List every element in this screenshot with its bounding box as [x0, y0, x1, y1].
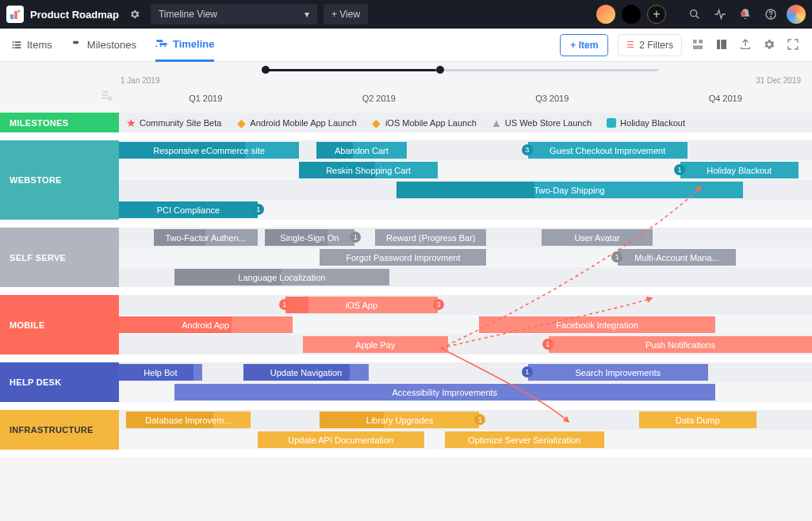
timeline-bar[interactable]: Guest Checkout Improvement	[528, 142, 688, 159]
svg-rect-14	[159, 43, 167, 45]
view-dropdown[interactable]: Timeline View ▾	[151, 4, 317, 25]
timeline-bar[interactable]: Responsive eCommerce site	[119, 142, 299, 159]
settings-icon[interactable]	[763, 38, 777, 52]
milestone-legend-item[interactable]: ★Community Site Beta	[125, 117, 221, 128]
svg-rect-7	[13, 41, 14, 43]
add-item-button[interactable]: + Item	[560, 34, 608, 56]
timeline-bar[interactable]: Data Dump	[639, 412, 757, 428]
timeline-bar[interactable]: Database Improvem...	[126, 412, 251, 428]
lane-self-serve: SELF SERVE Two-Factor Authen...Single-Si…	[0, 228, 812, 287]
bar-label: Push Notifications	[645, 340, 715, 350]
board-settings-icon[interactable]	[125, 5, 144, 24]
lane-settings-icon[interactable]	[100, 89, 113, 105]
notifications-icon[interactable]	[736, 5, 755, 24]
timeline-bar[interactable]: Android App	[119, 316, 293, 333]
svg-point-3	[691, 10, 697, 17]
timeline-bar[interactable]: Optimize Server Serialization	[445, 431, 604, 448]
timeline-bar[interactable]: Push Notifications	[549, 336, 812, 353]
range-end: 31 Dec 2019	[756, 76, 801, 85]
timeline-bar[interactable]: Forgot Password Improvment	[320, 249, 486, 266]
export-icon[interactable]	[739, 38, 753, 52]
svg-point-17	[164, 45, 166, 47]
svg-point-26	[108, 96, 112, 100]
dependency-badge[interactable]: 1	[279, 299, 290, 310]
slider-handle-left[interactable]	[262, 66, 270, 74]
timeline-bar[interactable]: Holiday Blackout	[680, 162, 799, 178]
bar-label: Apple Pay	[355, 340, 395, 350]
app-logo[interactable]	[6, 6, 24, 23]
timeline-bar[interactable]: Two-Factor Authen...	[154, 229, 258, 246]
milestone-legend-item[interactable]: Holiday Blackout	[606, 117, 685, 128]
bar-label: Update Navigation	[270, 368, 343, 377]
quarter-headers: Q1 2019 Q2 2019 Q3 2019 Q4 2019	[119, 94, 812, 109]
tab-items[interactable]: Items	[11, 29, 52, 62]
timeline-bar[interactable]: Multi-Account Mana...	[618, 249, 736, 266]
timeline-bar[interactable]: Help Bot	[119, 364, 202, 381]
add-collaborator-button[interactable]: +	[647, 5, 666, 24]
svg-point-16	[160, 45, 162, 47]
milestone-legend-item[interactable]: ▲US Web Store Launch	[491, 117, 592, 128]
dependency-badge[interactable]: 3	[433, 299, 444, 310]
timeline-bar[interactable]: Accessibility Improvements	[174, 384, 715, 400]
timeline-bar[interactable]: Abandon Cart	[316, 142, 407, 159]
lane-webstore: WEBSTORE Responsive eCommerce siteAbando…	[0, 140, 812, 220]
svg-point-6	[770, 17, 771, 17]
dependency-badge[interactable]: 1	[253, 204, 264, 215]
slider-handle-right[interactable]	[436, 66, 444, 74]
tab-milestones[interactable]: Milestones	[71, 29, 136, 62]
add-view-button[interactable]: + View	[324, 4, 368, 25]
timeline-bar[interactable]: Update API Documentation	[258, 431, 424, 448]
svg-point-15	[155, 45, 157, 47]
dependency-badge[interactable]: 1	[542, 339, 553, 350]
user-avatar[interactable]	[787, 5, 806, 24]
bar-label: Guest Checkout Improvement	[550, 146, 665, 155]
svg-rect-20	[693, 45, 703, 49]
timeline-bar[interactable]: Reward (Progress Bar)	[375, 229, 486, 246]
milestone-legend-item[interactable]: ◆Android Mobile App Launch	[236, 117, 357, 128]
group-icon[interactable]	[691, 38, 706, 52]
timeline-bar[interactable]: iOS App	[285, 297, 438, 313]
dependency-badge[interactable]: 1	[522, 366, 533, 377]
lane-infrastructure: INFRASTRUCTURE Database Improvem...Libra…	[0, 410, 812, 450]
lane-label: INFRASTRUCTURE	[0, 410, 119, 450]
tab-timeline[interactable]: Timeline	[155, 29, 215, 62]
svg-point-2	[18, 10, 21, 13]
fullscreen-icon[interactable]	[787, 38, 801, 52]
topbar: Product Roadmap Timeline View ▾ + View +	[0, 0, 812, 29]
svg-rect-10	[15, 41, 21, 43]
milestone-legend-item[interactable]: ◆iOS Mobile App Launch	[371, 117, 477, 128]
timeline-bar[interactable]: Apple Pay	[303, 336, 449, 353]
diamond-icon: ◆	[371, 117, 382, 128]
bar-label: Android App	[182, 320, 229, 330]
board-title[interactable]: Product Roadmap	[30, 9, 119, 21]
presence-avatar[interactable]	[622, 5, 641, 24]
filters-button[interactable]: ☰ 2 Filters	[618, 34, 682, 56]
timeline-bar[interactable]: Two-Day Shipping	[396, 182, 743, 198]
lane-row	[119, 295, 812, 315]
layout-icon[interactable]	[715, 38, 730, 52]
timeline-bar[interactable]: Library Upgrades	[320, 412, 479, 428]
timeline-bar[interactable]: Reskin Shopping Cart	[299, 162, 438, 178]
bar-label: Single-Sign On	[280, 233, 339, 243]
svg-line-4	[696, 16, 699, 18]
timeline-bar[interactable]: Search Improvements	[528, 364, 708, 381]
timeline-bar[interactable]: Language Localization	[174, 269, 389, 285]
timeline-bar[interactable]: PCI Compliance	[119, 201, 258, 218]
search-icon[interactable]	[685, 5, 704, 24]
lane-mobile: MOBILE iOS App13Android AppFacebook Inte…	[0, 295, 812, 354]
milestone-legend: ★Community Site Beta◆Android Mobile App …	[119, 113, 812, 132]
date-range-slider[interactable]	[262, 67, 658, 73]
timeline-bar[interactable]: Facebook Integration	[479, 316, 714, 333]
timeline-bar[interactable]: Single-Sign On	[265, 229, 355, 246]
activity-icon[interactable]	[710, 5, 730, 24]
timeline-bar[interactable]: User Avatar	[542, 229, 653, 246]
range-start: 1 Jan 2019	[121, 76, 160, 85]
lane-label: SELF SERVE	[0, 228, 119, 287]
help-icon[interactable]	[761, 5, 780, 24]
svg-rect-22	[721, 40, 726, 49]
timeline-bar[interactable]: Update Navigation	[243, 364, 368, 381]
bar-label: Accessibility Improvements	[392, 388, 497, 397]
dependency-badge[interactable]: 1	[674, 164, 685, 175]
dependency-badge[interactable]: 3	[522, 144, 533, 155]
presence-avatar[interactable]	[596, 5, 615, 24]
